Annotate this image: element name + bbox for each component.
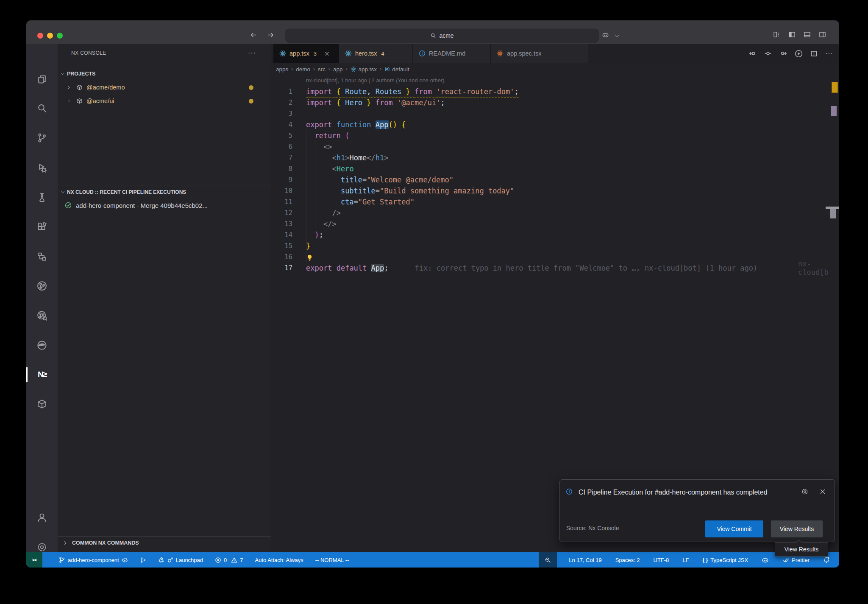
line-number: 11 [271, 198, 292, 206]
copilot-icon [762, 556, 769, 564]
status-encoding[interactable]: UTF-8 [652, 552, 671, 568]
code-line-9: 9 title="Welcome @acme/demo" [271, 174, 839, 185]
status-commit-graph[interactable] [138, 552, 148, 568]
status-git-branch[interactable]: add-hero-component [57, 552, 130, 568]
toggle-primary-sidebar-icon[interactable] [788, 31, 796, 38]
status-zoom-indicator[interactable] [539, 552, 557, 568]
activity-item-project-graph[interactable] [26, 246, 58, 267]
section-nx-cloud[interactable]: NX CLOUD :: RECENT CI PIPELINE EXECUTION… [58, 185, 271, 199]
code-line-4: 4export function App() { [271, 119, 839, 130]
pipeline-execution-item[interactable]: add-hero-component - Merge 409b44e5cb02.… [58, 199, 271, 212]
section-label: NX CLOUD :: RECENT CI PIPELINE EXECUTION… [67, 189, 186, 195]
status-copilot[interactable] [760, 552, 771, 568]
close-window-button[interactable] [37, 33, 43, 39]
code-line-12: 12 /> [271, 207, 839, 218]
activity-item-source-control[interactable] [26, 128, 58, 148]
activity-item-testing[interactable] [26, 187, 58, 207]
code-line-11: 11 cta="Get Started" [271, 196, 839, 207]
section-common-nx-commands[interactable]: COMMON NX COMMANDS [58, 536, 271, 549]
warning-squiggle: import { Route, Routes } from 'react-rou… [306, 87, 519, 96]
toggle-panel-icon[interactable] [804, 31, 811, 38]
project-item[interactable]: @acme/ui [58, 94, 271, 108]
error-icon [215, 557, 221, 563]
code-line-8: 8 <Hero [271, 163, 839, 174]
activity-item-extensions[interactable] [26, 217, 58, 237]
cube-icon [37, 399, 47, 409]
gitlens-icon [37, 281, 47, 291]
chevron-right-icon [66, 98, 73, 103]
zoom-window-button[interactable] [57, 33, 63, 39]
view-results-button[interactable]: View Results [771, 520, 823, 537]
activity-item-search[interactable] [26, 98, 58, 118]
activity-item-explorer[interactable] [26, 69, 58, 89]
line-number: 7 [271, 154, 292, 162]
beaker-icon [37, 192, 47, 202]
modified-dot [249, 99, 253, 103]
rocket-icon [158, 557, 164, 563]
section-projects[interactable]: PROJECTS [58, 67, 271, 81]
line-number: 17 [271, 264, 292, 272]
command-center[interactable]: acme [285, 28, 599, 43]
chevron-down-icon [60, 190, 67, 195]
status-language-mode[interactable]: { }TypeScript JSX [701, 552, 750, 568]
status-vim-mode[interactable]: -- NORMAL -- [314, 552, 351, 568]
activity-item-nx-console[interactable]: N≥ [26, 364, 58, 385]
line-number: 14 [271, 231, 292, 239]
graph-icon [140, 557, 146, 563]
search-icon [430, 33, 436, 39]
lightbulb-icon[interactable] [306, 254, 313, 261]
status-eol[interactable]: LF [681, 552, 690, 568]
toggle-secondary-sidebar-icon[interactable] [819, 31, 826, 38]
line-number: 6 [271, 143, 292, 151]
line-number: 16 [271, 253, 292, 261]
close-icon[interactable] [819, 488, 826, 495]
code-line-10: 10 subtitle="Build something amazing tod… [271, 185, 839, 196]
navigate-back-icon[interactable] [250, 31, 257, 39]
line-number: 13 [271, 220, 292, 228]
activity-item-gitlens[interactable] [26, 276, 58, 296]
mag-minus-icon [545, 557, 551, 563]
notification-source: Source: Nx Console [566, 525, 619, 531]
titlebar: acme [26, 20, 839, 45]
gear-icon [37, 542, 47, 552]
files-icon [37, 74, 47, 84]
navigate-forward-icon[interactable] [267, 31, 274, 39]
remote-icon: >< [32, 557, 37, 562]
status-problems[interactable]: 07 [213, 552, 245, 568]
activity-item-containers[interactable] [26, 394, 58, 414]
activity-item-accounts[interactable] [26, 507, 58, 528]
activity-item-edge-tools[interactable] [26, 335, 58, 355]
status-launchpad[interactable]: Launchpad [156, 552, 205, 568]
status-cursor-position[interactable]: Ln 17, Col 19 [567, 552, 603, 568]
scope-icon [167, 557, 173, 563]
gear-icon[interactable] [801, 488, 808, 495]
copilot-icon[interactable] [602, 31, 609, 39]
activity-item-gitlens-inspect[interactable] [26, 305, 58, 326]
activity-bar: N≥ [26, 44, 58, 552]
debug-icon [37, 163, 47, 173]
status-remote-indicator[interactable]: >< [26, 552, 42, 568]
line-number: 15 [271, 242, 292, 250]
code-line-17: 17export default App;fix: correct typo i… [271, 263, 839, 274]
editor-group: app.tsx3hero.tsx4README.mdapp.spec.tsx ·… [271, 44, 839, 552]
line-number: 10 [271, 187, 292, 195]
status-auto-attach[interactable]: Auto Attach: Always [253, 552, 305, 568]
view-results-tooltip: View Results [775, 542, 828, 556]
minimize-window-button[interactable] [47, 33, 53, 39]
status-indentation[interactable]: Spaces: 2 [614, 552, 642, 568]
sidebar-header: NX CONSOLE ··· [58, 44, 271, 63]
customize-layout-icon[interactable] [773, 31, 780, 38]
more-actions-icon[interactable]: ··· [248, 49, 256, 57]
chevron-down-icon[interactable] [615, 34, 620, 39]
account-icon [37, 512, 47, 523]
activity-item-run-and-debug[interactable] [26, 158, 58, 178]
code-area[interactable]: 1import { Route, Routes } from 'react-ro… [271, 44, 839, 552]
status-bar: ><add-hero-componentLaunchpad07Auto Atta… [26, 552, 839, 568]
view-commit-button[interactable]: View Commit [705, 520, 763, 537]
package-icon [76, 98, 83, 104]
bell-dot-icon [823, 556, 830, 563]
pipeline-label: add-hero-component - Merge 409b44e5cb02.… [76, 202, 208, 209]
sidebar: NX CONSOLE ··· PROJECTS @acme/demo@acme/… [58, 44, 271, 552]
project-label: @acme/demo [86, 84, 125, 91]
project-item[interactable]: @acme/demo [58, 81, 271, 94]
